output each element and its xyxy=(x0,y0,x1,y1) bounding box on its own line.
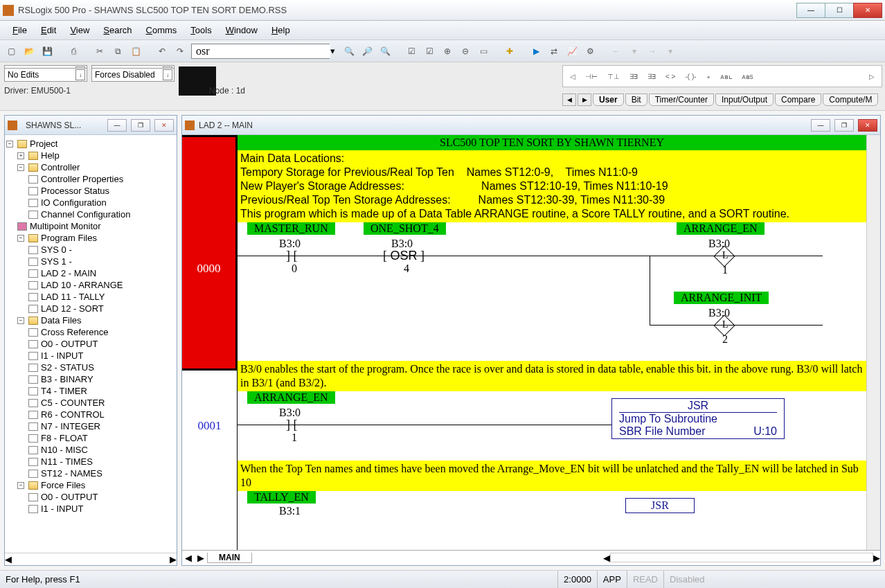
find-prev-icon[interactable]: 🔍 xyxy=(378,44,392,58)
tree-minimize-button[interactable]: — xyxy=(107,119,127,132)
tree-r6[interactable]: R6 - CONTROL xyxy=(41,409,105,420)
tool-icon[interactable]: ⚙ xyxy=(583,44,597,58)
rung[interactable]: TALLY_EN B3:1 JSR xyxy=(238,491,866,512)
palette-right-icon[interactable]: ▷ xyxy=(869,73,875,80)
tab-compute[interactable]: Compute/M xyxy=(823,93,878,106)
ladder-vscroll[interactable] xyxy=(866,135,880,550)
menu-tools[interactable]: Tools xyxy=(184,24,218,37)
tree-project[interactable]: Project xyxy=(30,139,57,149)
tree-lad12[interactable]: LAD 12 - SORT xyxy=(41,303,104,314)
rung[interactable]: MASTER_RUN B3:0 ] [ 0 ONE_SHOT_4 B3:0 [ … xyxy=(238,222,866,361)
selection-marker[interactable]: 0000 xyxy=(182,135,238,371)
verify-all-icon[interactable]: ☑ xyxy=(422,44,436,58)
menu-help[interactable]: Help xyxy=(265,24,297,37)
add-icon[interactable]: ✚ xyxy=(503,44,517,58)
tree-restore-button[interactable]: ❐ xyxy=(131,119,150,132)
cut-icon[interactable]: ✂ xyxy=(93,44,107,58)
copy-icon[interactable]: ⧉ xyxy=(111,44,125,58)
ladder-minimize-button[interactable]: — xyxy=(811,119,830,132)
nav-fwd-menu-icon[interactable]: ▾ xyxy=(663,44,677,58)
tree-chan-config[interactable]: Channel Configuration xyxy=(41,209,130,220)
tree-n11[interactable]: N11 - TIMES xyxy=(41,456,93,467)
instr-icon[interactable]: ⊣⊢ xyxy=(585,73,598,80)
menu-edit[interactable]: Edit xyxy=(34,24,63,37)
expander-icon[interactable]: + xyxy=(17,152,24,159)
instr-icon[interactable]: ∃Ǝ xyxy=(629,73,638,80)
menu-window[interactable]: Window xyxy=(219,24,265,37)
tab-io[interactable]: Input/Output xyxy=(715,93,774,106)
go-online-icon[interactable]: ⇄ xyxy=(547,44,561,58)
find-next-icon[interactable]: 🔎 xyxy=(360,44,374,58)
nav-back-icon[interactable]: ← xyxy=(609,44,623,58)
edits-status[interactable]: No Edits↓ xyxy=(4,68,87,82)
tree-s2[interactable]: S2 - STATUS xyxy=(41,362,94,373)
expander-icon[interactable]: − xyxy=(17,164,24,171)
jsr-instruction[interactable]: JSR xyxy=(625,498,695,513)
expander-icon[interactable]: − xyxy=(6,141,13,148)
undo-icon[interactable]: ↶ xyxy=(155,44,169,58)
tree-fo0[interactable]: O0 - OUTPUT xyxy=(41,492,98,502)
instr-icon[interactable]: < > xyxy=(665,73,675,80)
ladder-tab-main[interactable]: MAIN xyxy=(207,553,252,563)
tabs-right-icon[interactable]: ▶ xyxy=(578,93,591,106)
close-button[interactable]: ✕ xyxy=(853,3,882,18)
palette-left-icon[interactable]: ◁ xyxy=(570,73,575,80)
rung[interactable]: ARRANGE_EN B3:0 ] [ 1 JSR Jump To Subrou… xyxy=(238,391,866,461)
tree-o0[interactable]: O0 - OUTPUT xyxy=(41,339,98,349)
instr-icon[interactable]: ⊤⊥ xyxy=(607,73,620,80)
expander-icon[interactable]: − xyxy=(17,482,24,489)
find-icon[interactable]: 🔍 xyxy=(342,44,356,58)
jsr-instruction[interactable]: JSR Jump To Subroutine SBR File Number U… xyxy=(611,398,785,439)
new-icon[interactable]: ▢ xyxy=(4,44,18,58)
window-icon[interactable]: ▭ xyxy=(476,44,490,58)
tree-lad2[interactable]: LAD 2 - MAIN xyxy=(41,268,96,278)
instr-icon[interactable]: ᴀʙs xyxy=(742,73,753,80)
print-icon[interactable]: ⎙ xyxy=(66,44,80,58)
tree-n7[interactable]: N7 - INTEGER xyxy=(41,421,100,431)
paste-icon[interactable]: 📋 xyxy=(129,44,143,58)
tree-xref[interactable]: Cross Reference xyxy=(41,327,109,337)
tree-ctrl-props[interactable]: Controller Properties xyxy=(41,174,123,184)
instr-icon[interactable]: ∃Ǝ xyxy=(647,73,656,80)
tree-t4[interactable]: T4 - TIMER xyxy=(41,386,87,396)
instr-icon[interactable]: -( )- xyxy=(685,73,696,80)
tab-right-icon[interactable]: ▶ xyxy=(195,553,207,563)
expander-icon[interactable]: − xyxy=(17,235,24,242)
verify-icon[interactable]: ☑ xyxy=(404,44,418,58)
nav-fwd-icon[interactable]: → xyxy=(645,44,659,58)
tree-sys0[interactable]: SYS 0 - xyxy=(41,244,72,255)
search-input[interactable] xyxy=(195,44,330,58)
save-icon[interactable]: 💾 xyxy=(40,44,54,58)
ladder-close-button[interactable]: ✕ xyxy=(858,119,877,132)
maximize-button[interactable]: ☐ xyxy=(825,3,854,18)
tab-compare[interactable]: Compare xyxy=(775,93,821,106)
tree-b3[interactable]: B3 - BINARY xyxy=(41,374,93,384)
tree-io-config[interactable]: IO Configuration xyxy=(41,197,107,208)
tree-data-files[interactable]: Data Files xyxy=(41,315,82,326)
dropdown-icon[interactable]: ▾ xyxy=(330,46,335,56)
tree-controller[interactable]: Controller xyxy=(41,162,80,172)
expander-icon[interactable]: − xyxy=(17,317,24,324)
tree-close-button[interactable]: ✕ xyxy=(154,119,174,132)
open-icon[interactable]: 📂 xyxy=(22,44,36,58)
menu-view[interactable]: View xyxy=(63,24,96,37)
tab-bit[interactable]: Bit xyxy=(625,93,647,106)
tree-lad10[interactable]: LAD 10 - ARRANGE xyxy=(41,280,123,290)
tree-fi1[interactable]: I1 - INPUT xyxy=(41,504,83,514)
tree-i1[interactable]: I1 - INPUT xyxy=(41,350,83,361)
histogram-icon[interactable]: 📈 xyxy=(565,44,579,58)
ladder-editor[interactable]: SLC500 TOP TEN SORT BY SHAWN TIERNEY Mai… xyxy=(238,135,866,550)
tree-multipoint[interactable]: Multipoint Monitor xyxy=(30,221,101,231)
project-tree[interactable]: −Project +Help −Controller Controller Pr… xyxy=(5,135,177,553)
menu-comms[interactable]: Comms xyxy=(139,24,184,37)
instr-icon[interactable]: ᴀʙʟ xyxy=(720,73,732,80)
ladder-restore-button[interactable]: ❐ xyxy=(834,119,854,132)
tree-force-files[interactable]: Force Files xyxy=(41,480,85,490)
play-icon[interactable]: ▶ xyxy=(529,44,543,58)
zoom-out-icon[interactable]: ⊖ xyxy=(458,44,472,58)
minimize-button[interactable]: — xyxy=(796,3,825,18)
ladder-hscroll[interactable]: ◀▶ xyxy=(252,553,880,563)
nav-back-menu-icon[interactable]: ▾ xyxy=(627,44,641,58)
tree-lad11[interactable]: LAD 11 - TALLY xyxy=(41,292,105,302)
tree-c5[interactable]: C5 - COUNTER xyxy=(41,398,105,408)
